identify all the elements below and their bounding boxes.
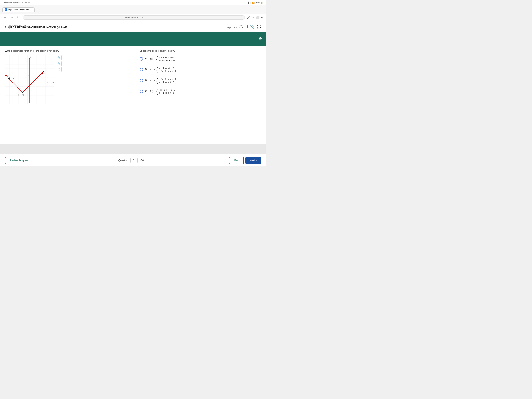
browser-tab[interactable]: S https://www.savvasreali... × [2,7,35,12]
choice-b-line2: –2x – 5 for x < –2 [159,70,176,72]
choice-c-line2: x – 1 for x < –2 [159,81,176,83]
choice-b-line1: x – 1 for x ≥ –2 [159,67,176,69]
tabs-icon[interactable]: ⬜ [256,16,260,19]
divider-icon: ⋮ [131,93,133,97]
bottom-spacer [0,144,266,154]
more-icon[interactable]: ··· [261,16,264,19]
settings-icon[interactable]: ⚙ [259,36,262,41]
page-number-input[interactable] [130,158,138,163]
share-icon[interactable]: ⬆ [252,16,254,19]
attachment-icon[interactable]: 📎 [250,25,254,29]
wifi-icon: 📶 [252,2,255,4]
left-panel: Write a piecewise function for the graph… [0,46,131,144]
graph-svg: x y 5 -7 5 -5 [5,55,54,104]
signal-icon: ▐▌▌ [247,2,251,4]
tab-url: https://www.savvasreali... [8,8,30,11]
choice-c-func: f(x) = { –2x – 5 for x ≥ –2 x – 1 for x … [150,77,176,84]
choice-a-label: A. [145,57,148,60]
question-area: Write a piecewise function for the graph… [0,46,266,144]
panel-divider: ⋮ [131,46,134,144]
zoom-controls: 🔍 🔍 ⬡ [57,55,62,72]
next-chevron-icon: › [256,159,257,162]
battery-icon: 🔋 [261,2,263,4]
expand-button[interactable]: ⬡ [57,67,62,72]
classroom-label: Classroom 1:23 PM Fri Sep 27 [3,2,30,4]
zoom-in-button[interactable]: 🔍 [57,55,62,60]
brace-b: { [156,66,158,73]
brace-a: { [156,56,158,62]
reload-button[interactable]: ↻ [16,15,21,20]
tab-close-button[interactable]: × [31,8,33,11]
quiz-header-right: DUE Sep 27 – 2:30 pm ℹ 📎 💬 [227,24,261,29]
choice-c-line1: –2x – 5 for x ≥ –2 [159,78,176,80]
quiz-header-left: ‹ PERIOD 07 (COLEGIA) QUIZ 2 PIECEWISE–D… [5,24,67,29]
choice-d-func: f(x) = { –x – 5 for x ≥ –2 x – 1 for x <… [150,88,175,95]
nav-buttons: ‹ Back Next › [229,157,261,164]
question-text: Write a piecewise function for the graph… [5,50,126,52]
choice-d-eq: f(x) = [150,90,155,93]
forward-nav-button[interactable]: → [9,15,14,20]
choice-a-eq: f(x) = [150,58,155,60]
choice-b-label: B. [145,68,148,70]
pagination: Question of 6 [118,158,144,163]
graph-area: x y 5 -7 5 -5 [5,55,126,104]
zoom-out-button[interactable]: 🔍 [57,61,62,66]
next-label: Next [250,159,255,162]
radio-a[interactable] [140,57,143,61]
radio-b[interactable] [140,68,143,71]
choice-d-line2: x – 1 for x < –2 [159,92,175,94]
question-label: Question [118,159,128,162]
chat-icon[interactable]: 💬 [257,25,261,29]
back-nav-button[interactable]: ← [2,15,7,20]
choice-c: C. f(x) = { –2x – 5 for x ≥ –2 x – 1 for… [140,77,260,84]
total-pages: of 6 [140,159,144,162]
status-left: Classroom 1:23 PM Fri Sep 27 [3,2,30,4]
due-date: Sep 27 – 2:30 pm [227,26,244,29]
new-tab-button[interactable]: + [36,8,40,12]
choice-a-lines: x – 1 for x ≥ –2 –x – 5 for x < –2 [159,56,175,62]
choice-d-label: D. [145,89,148,92]
next-button[interactable]: Next › [245,157,261,164]
choice-b-lines: x – 1 for x ≥ –2 –2x – 5 for x < –2 [159,67,176,72]
due-area: DUE Sep 27 – 2:30 pm [227,24,244,29]
choice-a-line1: x – 1 for x ≥ –2 [159,56,175,59]
browser-chrome: S https://www.savvasreali... × + [0,5,266,14]
radio-d[interactable] [140,90,143,93]
choice-c-eq: f(x) = [150,79,155,82]
answer-intro: Choose the correct answer below. [140,50,260,52]
back-button[interactable]: ‹ Back [229,157,244,164]
svg-text:y: y [30,56,31,58]
choice-b-func: f(x) = { x – 1 for x ≥ –2 –2x – 5 for x … [150,66,176,73]
choice-a-func: f(x) = { x – 1 for x ≥ –2 –x – 5 for x <… [150,56,175,62]
choice-d: D. f(x) = { –x – 5 for x ≥ –2 x – 1 for … [140,88,260,95]
choice-c-lines: –2x – 5 for x ≥ –2 x – 1 for x < –2 [159,78,176,83]
quiz-back-arrow[interactable]: ‹ [5,25,6,29]
brace-c: { [156,77,158,84]
svg-text:(–6,1): (–6,1) [9,77,14,79]
microphone-icon[interactable]: 🎤 [247,16,250,19]
quiz-title-area: PERIOD 07 (COLEGIA) QUIZ 2 PIECEWISE–DEF… [8,24,67,29]
svg-text:5: 5 [47,82,48,83]
choice-d-lines: –x – 5 for x ≥ –2 x – 1 for x < –2 [159,89,175,94]
choice-a-line2: –x – 5 for x < –2 [159,59,175,62]
quiz-period: PERIOD 07 (COLEGIA) [8,24,67,26]
battery-label: 81% [256,2,260,4]
review-progress-button[interactable]: Review Progress [5,157,33,164]
choice-b: B. f(x) = { x – 1 for x ≥ –2 –2x – 5 for… [140,66,260,73]
radio-c[interactable] [140,79,143,82]
svg-text:x: x [53,81,54,83]
choice-d-line1: –x – 5 for x ≥ –2 [159,89,175,91]
svg-text:(–2,–3): (–2,–3) [18,94,24,96]
info-icon[interactable]: ℹ [247,25,248,29]
quiz-header: ‹ PERIOD 07 (COLEGIA) QUIZ 2 PIECEWISE–D… [0,21,266,32]
graph-container: x y 5 -7 5 -5 [5,55,54,104]
status-bar: Classroom 1:23 PM Fri Sep 27 ▐▌▌ 📶 81% 🔋 [0,0,266,5]
svg-text:(4,3): (4,3) [44,70,47,72]
teal-banner: ⚙ [0,32,266,46]
right-panel: Choose the correct answer below. A. f(x)… [134,46,266,144]
quiz-title: QUIZ 2 PIECEWISE–DEFINED FUNCTION Q1 24–… [8,26,67,29]
nav-bar: ← → ↻ savvasrealize.com 🎤 ⬆ ⬜ ··· [0,14,266,21]
svg-text:-7: -7 [9,82,10,83]
address-bar[interactable]: savvasrealize.com [23,15,245,20]
back-label: Back [234,159,240,162]
